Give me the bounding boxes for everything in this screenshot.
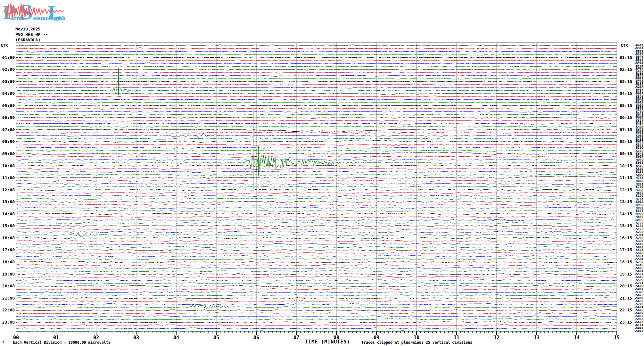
- trace-row-6: [16, 63, 616, 64]
- scale-glyph: M: [3, 341, 4, 344]
- vertical-scale-note: Each Vertical Division = 10000.00 microv…: [13, 340, 111, 345]
- trace-row-83: [16, 294, 616, 296]
- left-hour-label: 03:00: [2, 79, 15, 84]
- trace-row-15: [16, 88, 616, 94]
- trace-row-90: [16, 316, 616, 317]
- trace-row-1: [16, 48, 616, 49]
- trace-row-0: [16, 45, 616, 46]
- trace-row-53: [16, 204, 616, 206]
- right-hour-label: 20:15: [620, 284, 632, 288]
- right-hour-label: 03:15: [620, 79, 632, 84]
- trace-row-34: [16, 147, 616, 148]
- left-hour-label: 13:00: [2, 199, 15, 204]
- x-tick-label: 06: [253, 335, 259, 341]
- trace-row-50: [16, 195, 616, 197]
- trace-row-36: [16, 152, 616, 154]
- trace-row-5: [16, 60, 616, 61]
- clip-note: Traces clipped at plus/minus 25 vertical…: [361, 340, 472, 345]
- left-hour-label: 15:00: [2, 223, 15, 228]
- right-axis-title: UTC: [621, 43, 628, 48]
- trace-row-19: [16, 102, 616, 103]
- x-tick-label: 13: [534, 335, 540, 341]
- trace-row-49: [16, 192, 616, 194]
- trace-row-61: [16, 228, 616, 230]
- trace-row-64: [16, 237, 616, 239]
- trace-row-4: [16, 57, 616, 58]
- trace-row-86: [16, 303, 616, 305]
- left-hour-label: 01:00: [2, 55, 15, 60]
- x-tick-label: 02: [93, 335, 99, 341]
- left-hour-label: 07:00: [2, 127, 15, 132]
- trace-row-65: [16, 240, 616, 242]
- trace-row-94: [16, 328, 616, 329]
- trace-row-81: [16, 288, 616, 290]
- trace-row-30: [16, 133, 616, 138]
- trace-row-20: [16, 105, 616, 106]
- left-hour-label: 19:00: [2, 272, 15, 276]
- trace-row-59: [16, 222, 616, 224]
- x-tick-label: 12: [494, 335, 500, 341]
- left-hour-label: 10:00: [2, 163, 15, 168]
- right-hour-label: 17:15: [620, 247, 632, 252]
- x-tick-label: 05: [213, 335, 219, 341]
- trace-row-47: [16, 186, 616, 187]
- right-hour-label: 06:15: [620, 115, 632, 120]
- trace-row-51: [16, 198, 616, 200]
- trace-row-55: [16, 210, 616, 212]
- trace-row-91: [16, 318, 616, 320]
- right-hour-label: 22:15: [620, 308, 632, 312]
- trace-row-60: [16, 225, 616, 227]
- right-hour-label: 19:15: [620, 272, 632, 276]
- trace-row-66: [16, 243, 616, 245]
- trace-row-85: [16, 301, 616, 302]
- trace-row-54: [16, 207, 616, 209]
- x-tick-label: 01: [53, 335, 59, 341]
- heliplot-svg: 00010203040506070809101112131415UTCUTC01…: [0, 0, 644, 346]
- right-hour-label: 16:15: [620, 235, 632, 240]
- trace-row-57: [16, 216, 616, 218]
- right-hour-label: 15:15: [620, 223, 632, 228]
- x-tick-label: 03: [133, 335, 139, 341]
- trace-row-41: [16, 168, 616, 170]
- trace-row-89: [16, 312, 616, 314]
- left-hour-label: 02:00: [2, 67, 15, 72]
- trace-row-21: [16, 108, 616, 110]
- trace-row-46: [16, 183, 616, 185]
- trace-row-88: [16, 309, 616, 311]
- trace-row-76: [16, 273, 616, 275]
- trace-row-92: [16, 321, 616, 323]
- trace-row-31: [16, 138, 616, 140]
- left-hour-label: 21:00: [2, 296, 15, 301]
- left-hour-label: 22:00: [2, 308, 15, 312]
- trace-row-24: [16, 117, 616, 119]
- trace-row-3: [16, 54, 616, 55]
- left-axis-title: UTC: [1, 43, 8, 48]
- left-hour-label: 06:00: [2, 115, 15, 120]
- trace-row-29: [16, 130, 616, 134]
- trace-row-18: [16, 99, 616, 100]
- trace-row-79: [16, 283, 616, 284]
- x-tick-label: 11: [454, 335, 459, 341]
- left-hour-label: 11:00: [2, 175, 15, 180]
- right-hour-label: 05:15: [620, 103, 632, 108]
- right-hour-label: 02:15: [620, 67, 632, 72]
- left-hour-label: 17:00: [2, 247, 15, 252]
- left-hour-label: 16:00: [2, 235, 15, 240]
- trace-row-63: [16, 233, 616, 237]
- trace-row-10: [16, 75, 616, 76]
- trace-row-87: [16, 304, 616, 309]
- trace-row-13: [16, 84, 616, 85]
- trace-row-84: [16, 297, 616, 299]
- trace-row-72: [16, 261, 616, 263]
- seismogram-traces: [16, 45, 616, 332]
- trace-row-44: [16, 176, 616, 178]
- trace-row-2: [16, 51, 616, 53]
- left-hour-label: 20:00: [2, 284, 15, 288]
- trace-row-43: [16, 174, 616, 175]
- trace-row-74: [16, 267, 616, 268]
- trace-row-77: [16, 276, 616, 278]
- right-hour-label: 14:15: [620, 211, 632, 216]
- right-hour-label: 04:15: [620, 91, 632, 96]
- trace-row-12: [16, 81, 616, 82]
- trace-row-11: [16, 78, 616, 79]
